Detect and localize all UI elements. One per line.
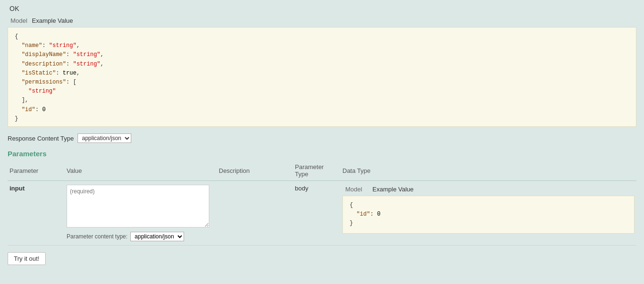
col-header-data-type: Data Type (341, 161, 636, 181)
param-model-tab[interactable]: Model (342, 185, 365, 194)
param-name-cell: input (8, 181, 65, 246)
parameters-heading: Parameters (8, 150, 636, 158)
param-content-type-select[interactable]: application/json (130, 232, 184, 241)
param-type-value: body (295, 185, 308, 192)
table-row: input Parameter content type: applicatio… (8, 181, 636, 246)
try-it-out-button[interactable]: Try it out! (8, 252, 46, 265)
response-json-box: { "name": "string", "displayName": "stri… (8, 27, 636, 127)
parameters-table: Parameter Value Description Parameter Ty… (8, 161, 636, 246)
response-content-type-row: Response Content Type application/json (8, 133, 636, 143)
response-content-type-label: Response Content Type (8, 135, 74, 142)
param-description-cell (217, 181, 293, 246)
model-tabs: Model Example Value (8, 16, 636, 25)
response-model-section: Model Example Value { "name": "string", … (8, 16, 636, 127)
example-value-tab[interactable]: Example Value (32, 17, 73, 24)
col-header-param-type: Parameter Type (293, 161, 341, 181)
param-value-textarea[interactable] (67, 185, 209, 227)
param-data-type-cell: Model Example Value { "id": 0 } (341, 181, 636, 246)
param-data-type-tab-divider (368, 186, 370, 193)
col-header-value: Value (65, 161, 217, 181)
param-data-type-tabs: Model Example Value (342, 185, 634, 194)
param-value-cell: Parameter content type: application/json (65, 181, 217, 246)
col-header-description: Description (217, 161, 293, 181)
model-tab[interactable]: Model (8, 16, 30, 25)
param-type-cell: body (293, 181, 341, 246)
param-content-type-label: Parameter content type: (67, 233, 127, 240)
param-example-value-tab[interactable]: Example Value (372, 186, 413, 193)
param-content-type-row: Parameter content type: application/json (67, 232, 215, 241)
main-container: OK Model Example Value { "name": "string… (0, 0, 644, 284)
ok-label: OK (8, 5, 636, 12)
params-table-header-row: Parameter Value Description Parameter Ty… (8, 161, 636, 181)
param-data-type-json-box: { "id": 0 } (342, 196, 634, 234)
response-json-wrapper: { "name": "string", "displayName": "stri… (8, 27, 636, 127)
param-name: input (10, 185, 25, 192)
col-header-parameter: Parameter (8, 161, 65, 181)
response-content-type-select[interactable]: application/json (78, 133, 131, 143)
